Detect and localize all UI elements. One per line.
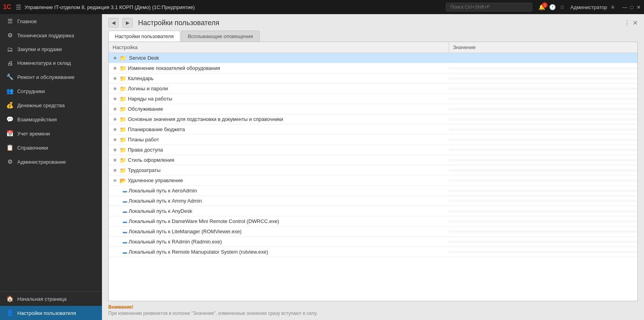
restore-button[interactable]: □ [630, 4, 633, 10]
window-controls: — □ ✕ [622, 4, 641, 10]
table-row[interactable]: ⊕ 📁 Основные значения для подстановки в … [109, 114, 637, 124]
expand-icon[interactable]: ⊕ [112, 65, 118, 71]
expand-icon[interactable]: ⊕ [112, 96, 118, 102]
row-value[interactable] [449, 88, 637, 90]
sidebar-item-home[interactable]: 🏠 Начальная страница [0, 292, 102, 306]
sidebar-item-time[interactable]: 📅 Учет времени [0, 126, 102, 141]
topbar: 1С ☰ Управление IT-отделом 8, редакция 3… [0, 0, 644, 14]
sidebar-item-interactions[interactable]: 💬 Взаимодействия [0, 112, 102, 126]
table-row[interactable]: ⊕ 📁 Календарь [109, 73, 637, 84]
row-value[interactable] [449, 169, 637, 172]
minimize-button[interactable]: — [622, 4, 627, 10]
table-row[interactable]: ▬ Локальный путь к Remote Manupulator Sy… [109, 247, 637, 257]
sidebar-label-purchases: Закупки и продажи [17, 46, 62, 52]
row-value[interactable] [449, 210, 637, 212]
row-value[interactable] [449, 77, 637, 80]
sidebar-item-nomenclature[interactable]: 🖨 Номенклатура и склад [0, 56, 102, 70]
expand-icon[interactable]: ⊕ [112, 106, 118, 112]
row-value[interactable] [449, 98, 637, 100]
back-button[interactable]: ◀ [108, 18, 118, 27]
row-value[interactable] [449, 241, 637, 243]
table-row[interactable]: ⊕ 📁 Обслуживание [109, 104, 637, 114]
table-row[interactable]: ▬ Локальный путь к AnyDesk [109, 206, 637, 216]
expand-icon[interactable]: ⊕ [112, 116, 118, 123]
row-label: Логины и пароли [128, 86, 168, 91]
sidebar-item-repair[interactable]: 🔧 Ремонт и обслуживание [0, 70, 102, 84]
col-value: Значение [449, 42, 637, 53]
row-value[interactable] [449, 251, 637, 253]
table-row[interactable]: ⊕ 📁 Изменение показателей оборудования [109, 63, 637, 73]
expand-icon[interactable]: ⊕ [112, 86, 118, 92]
user-name: Администратор [570, 4, 607, 10]
table-row[interactable]: ⊕ 📁 Планы работ [109, 135, 637, 145]
expand-icon[interactable]: ⊕ [112, 147, 118, 153]
tab-notifications[interactable]: Всплывающие оповещения [181, 31, 260, 42]
expand-icon[interactable]: ⊕ [112, 157, 118, 163]
row-value[interactable] [449, 230, 637, 233]
item-icon: ▬ [123, 219, 127, 224]
table-row[interactable]: ▬ Локальный путь к Ammy Admin [109, 196, 637, 206]
sidebar-item-user-settings[interactable]: 👤 Настройки пользователя [0, 306, 102, 320]
row-value[interactable] [449, 179, 637, 182]
table-row[interactable]: ▬ Локальный путь к DameWare Mini Remote … [109, 216, 637, 227]
table-row[interactable]: ⊕ 📁 Наряды на работы [109, 94, 637, 104]
expand-icon[interactable]: ⊕ [112, 167, 118, 174]
close-button[interactable]: ✕ [637, 4, 641, 10]
sidebar-item-money[interactable]: 💰 Денежные средства [0, 98, 102, 112]
item-icon: ▬ [123, 240, 127, 244]
table-row[interactable]: ▬ Локальный путь к RAdmin (Radmin.exe) [109, 237, 637, 247]
money-icon: 💰 [6, 102, 13, 109]
table-row[interactable]: ⊕ 📁 Service Desk [109, 53, 637, 63]
home-icon: 🏠 [6, 295, 13, 302]
row-value[interactable] [449, 57, 637, 59]
expand-icon[interactable]: ⊕ [112, 75, 118, 82]
sidebar-item-admin[interactable]: ⚙ Администрирование [0, 155, 102, 169]
sidebar-item-main[interactable]: ☰ Главное [0, 14, 102, 28]
app-title: Управление IT-отделом 8, редакция 3.1 КО… [24, 4, 443, 10]
row-value[interactable] [449, 139, 637, 141]
row-value[interactable] [449, 159, 637, 161]
row-value[interactable] [449, 190, 637, 192]
sidebar-label-interactions: Взаимодействия [17, 117, 57, 123]
expand-icon[interactable]: ⊕ [112, 55, 118, 61]
row-value[interactable] [449, 220, 637, 223]
expand-icon[interactable]: ⊕ [112, 126, 118, 133]
table-body: ⊕ 📁 Service Desk ⊕ 📁 Изменение показател… [109, 53, 637, 301]
table-row[interactable]: ⊕ 📁 Планирование бюджета [109, 124, 637, 135]
forward-button[interactable]: ▶ [122, 18, 133, 27]
tab-user-settings[interactable]: Настройки пользователя [108, 31, 180, 42]
expand-icon[interactable]: ⊖ [112, 177, 118, 184]
sidebar-item-tech-support[interactable]: ⚙ Техническая поддержка [0, 28, 102, 42]
favorites-icon[interactable]: ☆ [560, 4, 565, 10]
close-window-icon[interactable]: ✕ [633, 19, 638, 27]
folder-icon: 📁 [120, 126, 126, 133]
bottom-note: Внимание! При изменении реквизитов в кол… [102, 301, 644, 320]
sidebar-label-repair: Ремонт и обслуживание [17, 74, 75, 80]
table-row[interactable]: ⊕ 📁 Трудозатраты [109, 165, 637, 176]
expand-icon[interactable]: ⊕ [112, 137, 118, 143]
sidebar-item-refs[interactable]: 📋 Справочники [0, 141, 102, 155]
table-row[interactable]: ▬ Локальный путь к LiteManager (ROMViewe… [109, 227, 637, 237]
table-row[interactable]: ⊕ 📁 Логины и пароли [109, 84, 637, 94]
sidebar-item-employees[interactable]: 👥 Сотрудники [0, 84, 102, 98]
table-row[interactable]: ⊕ 📁 Стиль оформления [109, 155, 637, 165]
sidebar-bottom: 🏠 Начальная страница 👤 Настройки пользов… [0, 291, 102, 320]
row-value[interactable] [449, 200, 637, 202]
user-menu-icon[interactable]: ≡ [611, 4, 614, 10]
table-row[interactable]: ▬ Локальный путь к AeroAdmin [109, 186, 637, 196]
sidebar-item-purchases[interactable]: 🗂 Закупки и продажи [0, 42, 102, 56]
row-value[interactable] [449, 118, 637, 121]
history-icon[interactable]: 🕐 [549, 4, 556, 10]
notifications-icon[interactable]: 🔔 1 [538, 4, 545, 10]
more-options-icon[interactable]: ⋮ [624, 19, 630, 27]
row-label: Стиль оформления [128, 157, 174, 163]
row-value[interactable] [449, 149, 637, 151]
table-row[interactable]: ⊖ 📂 Удаленное управление [109, 176, 637, 186]
row-value[interactable] [449, 128, 637, 131]
hamburger-icon[interactable]: ☰ [16, 4, 21, 11]
row-value[interactable] [449, 67, 637, 69]
note-warning: Внимание! [108, 304, 638, 310]
table-row[interactable]: ⊕ 📁 Права доступа [109, 145, 637, 155]
row-value[interactable] [449, 108, 637, 110]
search-input[interactable] [446, 3, 532, 11]
